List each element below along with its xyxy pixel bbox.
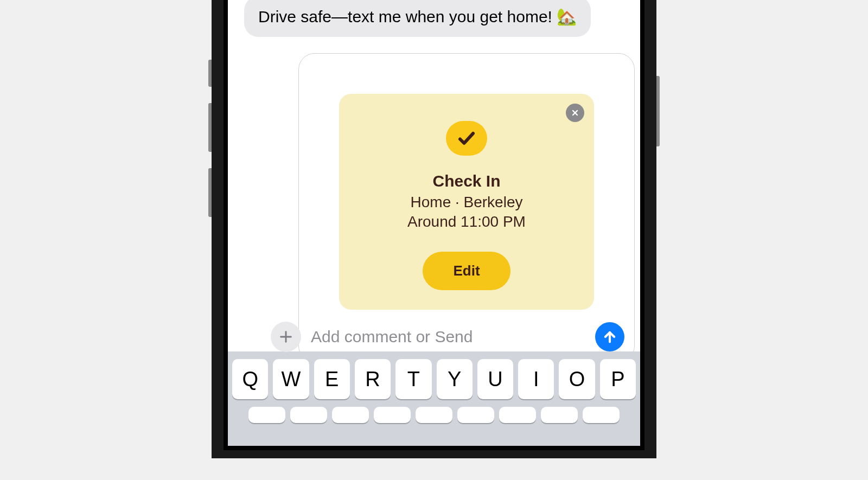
key-partial[interactable] xyxy=(248,407,285,423)
edit-button[interactable]: Edit xyxy=(423,252,510,290)
power-button xyxy=(656,76,660,146)
key-partial[interactable] xyxy=(290,407,327,423)
key-u[interactable]: U xyxy=(477,359,513,399)
key-e[interactable]: E xyxy=(314,359,350,399)
key-partial[interactable] xyxy=(541,407,578,423)
keyboard-row-1: Q W E R T Y U I O P xyxy=(232,359,636,399)
checkin-location: Home · Berkeley xyxy=(355,193,578,212)
received-message-text: Drive safe—text me when you get home! 🏡 xyxy=(258,6,577,27)
attachment-button[interactable] xyxy=(271,322,301,352)
key-w[interactable]: W xyxy=(273,359,309,399)
close-button[interactable] xyxy=(566,104,584,122)
key-partial[interactable] xyxy=(416,407,452,423)
checkmark-icon xyxy=(457,129,476,148)
messages-area: Drive safe—text me when you get home! 🏡 xyxy=(228,0,640,351)
key-partial[interactable] xyxy=(332,407,369,423)
arrow-up-icon xyxy=(602,329,617,344)
key-partial[interactable] xyxy=(457,407,494,423)
checkin-message-container: Check In Home · Berkeley Around 11:00 PM… xyxy=(298,53,635,362)
key-partial[interactable] xyxy=(583,407,620,423)
key-y[interactable]: Y xyxy=(437,359,473,399)
key-r[interactable]: R xyxy=(355,359,391,399)
key-partial[interactable] xyxy=(499,407,536,423)
send-button[interactable] xyxy=(595,322,624,351)
key-t[interactable]: T xyxy=(395,359,431,399)
key-p[interactable]: P xyxy=(600,359,636,399)
checkmark-badge xyxy=(446,121,487,156)
plus-icon xyxy=(278,329,293,344)
keyboard-row-2 xyxy=(232,407,636,423)
phone-frame: Drive safe—text me when you get home! 🏡 xyxy=(212,0,656,458)
close-icon xyxy=(571,108,579,117)
key-o[interactable]: O xyxy=(559,359,595,399)
phone-bezel: Drive safe—text me when you get home! 🏡 xyxy=(212,0,656,458)
key-partial[interactable] xyxy=(374,407,411,423)
received-message-bubble[interactable]: Drive safe—text me when you get home! 🏡 xyxy=(244,0,591,37)
input-row: Add comment or Send xyxy=(307,316,627,354)
checkin-card: Check In Home · Berkeley Around 11:00 PM… xyxy=(339,94,594,310)
screen: Drive safe—text me when you get home! 🏡 xyxy=(228,0,640,446)
key-i[interactable]: I xyxy=(518,359,554,399)
checkin-time: Around 11:00 PM xyxy=(355,212,578,232)
key-q[interactable]: Q xyxy=(232,359,268,399)
checkin-title: Check In xyxy=(355,172,578,190)
comment-input[interactable]: Add comment or Send xyxy=(309,323,588,350)
keyboard: Q W E R T Y U I O P xyxy=(228,351,640,446)
phone-inner-bezel: Drive safe—text me when you get home! 🏡 xyxy=(224,0,644,450)
